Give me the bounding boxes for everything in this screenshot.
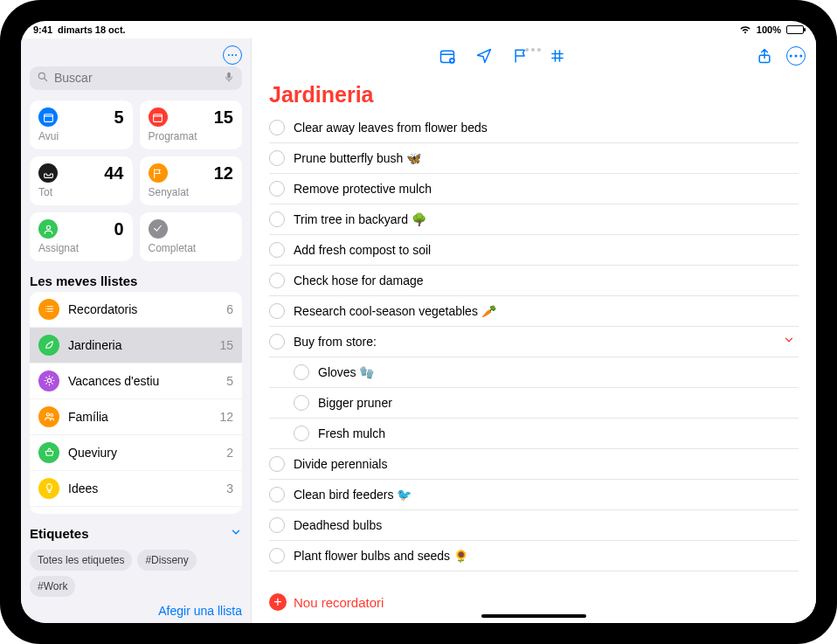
- bulb-icon: [38, 478, 59, 499]
- smart-card-completat[interactable]: Completat: [140, 212, 243, 261]
- reminder-checkbox[interactable]: [269, 548, 285, 564]
- smart-card-tot[interactable]: 44Tot: [30, 156, 133, 205]
- toolbar-location-button[interactable]: [474, 46, 494, 66]
- mic-icon[interactable]: [223, 71, 235, 86]
- sidebar-list-fam-lia[interactable]: Família12: [30, 399, 242, 435]
- svg-rect-8: [154, 114, 163, 121]
- reminder-row[interactable]: Clear away leaves from flower beds: [269, 113, 799, 143]
- smart-card-assignat[interactable]: 0Assignat: [30, 212, 133, 261]
- reminder-text: Buy from store:: [294, 335, 774, 349]
- reminder-checkbox[interactable]: [269, 456, 285, 472]
- toolbar-calendar-button[interactable]: [438, 46, 457, 66]
- search-input[interactable]: [54, 71, 218, 85]
- chevron-down-icon[interactable]: [230, 526, 242, 541]
- tag-chip[interactable]: Totes les etiquetes: [30, 550, 132, 571]
- person-icon: [38, 219, 58, 239]
- share-button[interactable]: [755, 46, 774, 66]
- reminder-text: Add fresh compost to soil: [294, 243, 799, 257]
- list-count: 5: [226, 374, 233, 388]
- reminder-checkbox[interactable]: [269, 181, 285, 197]
- reminder-row[interactable]: Buy from store:: [269, 327, 799, 357]
- smart-card-avui[interactable]: 5Avui: [30, 100, 133, 149]
- reminder-row[interactable]: Trim tree in backyard 🌳: [269, 204, 799, 235]
- reminder-text: Clear away leaves from flower beds: [294, 121, 799, 135]
- tags-section-title[interactable]: Etiquetes: [30, 526, 242, 541]
- svg-point-2: [235, 54, 237, 56]
- reminder-text: Fresh mulch: [318, 426, 799, 440]
- sidebar-list-feina[interactable]: Feina1: [30, 507, 242, 514]
- smart-card-senyalat[interactable]: 12Senyalat: [140, 156, 243, 205]
- smart-label: Tot: [38, 186, 124, 198]
- reminder-checkbox[interactable]: [294, 395, 309, 411]
- reminder-row[interactable]: Add fresh compost to soil: [269, 235, 799, 266]
- list-label: Jardineria: [68, 338, 211, 352]
- reminder-row[interactable]: Bigger pruner: [269, 388, 799, 419]
- tags-title-label: Etiquetes: [30, 526, 89, 541]
- smart-card-programat[interactable]: 15Programat: [140, 100, 243, 149]
- smart-count: 44: [104, 163, 123, 184]
- reminder-text: Trim tree in backyard 🌳: [294, 212, 799, 226]
- reminder-checkbox[interactable]: [294, 364, 309, 380]
- new-reminder-button[interactable]: + Nou recordatori: [269, 593, 384, 611]
- search-icon: [37, 71, 49, 86]
- svg-rect-6: [44, 114, 52, 121]
- reminder-row[interactable]: Fresh mulch: [269, 419, 799, 449]
- reminder-row[interactable]: Prune butterfly bush 🦋: [269, 143, 799, 174]
- flag-icon: [149, 163, 168, 183]
- drag-handle-icon: •••: [525, 43, 543, 57]
- lists-title-label: Les meves llistes: [30, 274, 137, 288]
- tag-chip[interactable]: #Disseny: [137, 550, 196, 571]
- plus-circle-icon: +: [269, 593, 287, 611]
- smart-label: Avui: [38, 130, 124, 142]
- sidebar-list-queviury[interactable]: Queviury2: [30, 435, 242, 471]
- reminder-checkbox[interactable]: [269, 120, 285, 135]
- reminder-row[interactable]: Check hose for damage: [269, 266, 799, 296]
- list-label: Recordatoris: [68, 302, 218, 316]
- reminder-checkbox[interactable]: [294, 426, 309, 441]
- reminder-checkbox[interactable]: [269, 211, 285, 227]
- reminder-checkbox[interactable]: [269, 242, 285, 258]
- basket-icon: [38, 442, 59, 463]
- tag-chip[interactable]: #Work: [30, 576, 75, 597]
- sidebar-list-recordatoris[interactable]: Recordatoris6: [30, 292, 242, 328]
- smart-label: Completat: [149, 242, 234, 254]
- search-field[interactable]: [30, 66, 242, 90]
- reminder-text: Divide perennials: [294, 457, 799, 471]
- reminder-checkbox[interactable]: [269, 273, 285, 288]
- sidebar-list-vacances-d-estiu[interactable]: Vacances d'estiu5: [30, 364, 242, 399]
- reminder-row[interactable]: Clean bird feeders 🐦: [269, 480, 799, 510]
- svg-point-0: [228, 54, 230, 56]
- sidebar-list-idees[interactable]: Idees3: [30, 471, 242, 507]
- sidebar-list-jardineria[interactable]: Jardineria15: [30, 328, 242, 364]
- reminder-text: Remove protective mulch: [294, 182, 799, 196]
- reminder-text: Plant flower bulbs and seeds 🌻: [294, 549, 799, 563]
- main-more-button[interactable]: [786, 46, 806, 66]
- reminder-row[interactable]: Divide perennials: [269, 449, 799, 480]
- reminder-checkbox[interactable]: [269, 150, 285, 166]
- reminder-checkbox[interactable]: [269, 517, 285, 533]
- svg-point-1: [232, 54, 233, 56]
- sidebar-more-button[interactable]: [223, 45, 242, 65]
- reminder-row[interactable]: Gloves 🧤: [269, 357, 799, 388]
- smart-label: Assignat: [38, 242, 124, 254]
- list-count: 3: [226, 481, 233, 495]
- list-label: Idees: [68, 481, 218, 495]
- list-title: Jardineria: [269, 82, 799, 107]
- reminder-text: Prune butterfly bush 🦋: [294, 151, 799, 165]
- reminder-row[interactable]: Deadhesd bulbs: [269, 510, 799, 541]
- reminder-row[interactable]: Research cool-season vegetables 🥕: [269, 296, 799, 327]
- reminder-row[interactable]: Plant flower bulbs and seeds 🌻: [269, 541, 799, 571]
- reminder-checkbox[interactable]: [269, 303, 285, 319]
- reminder-row[interactable]: Remove protective mulch: [269, 174, 799, 204]
- add-list-button[interactable]: Afegir una llista: [158, 604, 242, 618]
- toolbar-tag-button[interactable]: [548, 46, 567, 66]
- list-count: 6: [226, 302, 233, 316]
- reminder-checkbox[interactable]: [269, 487, 285, 502]
- reminder-text: Bigger pruner: [318, 396, 799, 410]
- smart-count: 0: [114, 219, 123, 239]
- svg-point-17: [47, 379, 51, 383]
- reminder-checkbox[interactable]: [269, 334, 285, 350]
- chevron-down-icon[interactable]: [783, 334, 799, 350]
- status-battery-pct: 100%: [757, 24, 781, 35]
- wifi-icon: [739, 25, 751, 34]
